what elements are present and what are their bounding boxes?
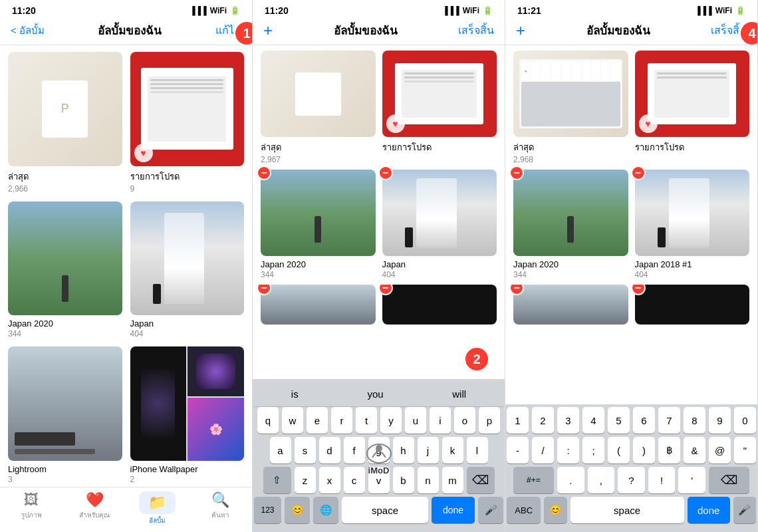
num-7[interactable]: 7 xyxy=(658,407,680,434)
key-emoji[interactable]: 😊 xyxy=(285,497,310,523)
num-2[interactable]: 2 xyxy=(532,407,554,434)
album-partial-4[interactable]: − xyxy=(635,285,750,325)
album-latest-2[interactable]: ล่าสุด 2,967 xyxy=(261,51,376,164)
sym-dash[interactable]: - xyxy=(507,437,529,464)
num-9[interactable]: 9 xyxy=(709,407,731,434)
sym-open[interactable]: ( xyxy=(608,437,630,464)
sym-baht[interactable]: ฿ xyxy=(658,437,680,464)
key-y[interactable]: y xyxy=(380,407,402,434)
sym-close[interactable]: ) xyxy=(633,437,655,464)
minus-badge-japan[interactable]: − xyxy=(378,166,393,180)
album-partial-2[interactable]: − xyxy=(382,285,497,325)
sym-slash[interactable]: / xyxy=(532,437,554,464)
num-4[interactable]: 4 xyxy=(582,407,604,434)
key-u[interactable]: u xyxy=(405,407,426,434)
album-lightroom[interactable]: Lightroom 3 xyxy=(8,346,122,484)
sym-comma[interactable]: , xyxy=(588,467,615,493)
num-8[interactable]: 8 xyxy=(684,407,705,434)
album-favorites[interactable]: ♥ รายการโปรด 9 xyxy=(130,52,245,194)
battery-icon: 🔋 xyxy=(230,6,240,15)
pred-will[interactable]: will xyxy=(447,387,471,401)
nav-done-2[interactable]: เสร็จสิ้น xyxy=(458,22,494,39)
sym-quote[interactable]: " xyxy=(734,437,756,464)
key-a[interactable]: a xyxy=(270,437,291,464)
sym-amp[interactable]: & xyxy=(684,437,705,464)
key-x[interactable]: x xyxy=(319,467,340,493)
album-japan2018-3[interactable]: − Japan 2018 #1 404 xyxy=(635,170,750,279)
album-thumb-japan xyxy=(130,201,245,316)
album-latest-3[interactable]: q xyxy=(513,51,628,164)
key-delete-3[interactable]: ⌫ xyxy=(709,467,749,493)
album-thumb-favorites-2: ♥ xyxy=(382,51,497,137)
key-p[interactable]: p xyxy=(479,407,500,434)
album-japan2020-2[interactable]: − Japan 2020 344 xyxy=(261,170,376,279)
key-z[interactable]: z xyxy=(295,467,316,493)
key-j[interactable]: j xyxy=(418,437,439,464)
key-emoji-3[interactable]: 😊 xyxy=(544,497,567,523)
key-mic-3[interactable]: 🎤 xyxy=(733,497,756,523)
key-m[interactable]: m xyxy=(442,467,463,493)
tab-search[interactable]: 🔍 ค้นหา xyxy=(189,491,252,525)
album-partial-3[interactable]: − xyxy=(513,285,628,325)
sym-question[interactable]: ? xyxy=(618,467,645,493)
key-h[interactable]: h xyxy=(393,437,414,464)
minus-badge-japan2020-3[interactable]: − xyxy=(509,166,524,180)
key-s[interactable]: s xyxy=(295,437,316,464)
album-partial-1[interactable]: − xyxy=(261,285,376,325)
sym-at[interactable]: @ xyxy=(709,437,731,464)
album-japan2020-3[interactable]: − Japan 2020 344 xyxy=(513,170,628,279)
sym-semi[interactable]: ; xyxy=(582,437,604,464)
key-w[interactable]: w xyxy=(282,407,303,434)
key-done-3[interactable]: done xyxy=(688,497,730,523)
key-delete[interactable]: ⌫ xyxy=(467,467,495,493)
num-0[interactable]: 0 xyxy=(734,407,756,434)
sym-dot[interactable]: . xyxy=(557,467,584,493)
sym-colon[interactable]: : xyxy=(557,437,579,464)
pred-you[interactable]: you xyxy=(362,387,388,401)
key-mic[interactable]: 🎤 xyxy=(478,497,503,523)
key-globe[interactable]: 🌐 xyxy=(313,497,338,523)
key-e[interactable]: e xyxy=(307,407,328,434)
key-hashplus[interactable]: #+= xyxy=(513,467,554,493)
num-1[interactable]: 1 xyxy=(507,407,529,434)
minus-badge-japan2020[interactable]: − xyxy=(257,166,271,180)
key-shift[interactable]: ⇧ xyxy=(263,467,291,493)
key-done[interactable]: done xyxy=(432,497,475,523)
key-d[interactable]: d xyxy=(319,437,340,464)
nav-plus-2[interactable]: + xyxy=(263,23,273,39)
album-favorites-2[interactable]: ♥ รายการโปรด xyxy=(382,51,497,164)
key-o[interactable]: o xyxy=(454,407,475,434)
key-k[interactable]: k xyxy=(442,437,463,464)
album-japan[interactable]: Japan 404 xyxy=(130,201,245,339)
key-abc[interactable]: ABC xyxy=(507,497,541,523)
sym-apos[interactable]: ' xyxy=(678,467,705,493)
album-count-japan-2: 404 xyxy=(382,270,497,279)
key-l[interactable]: l xyxy=(467,437,488,464)
tab-for-you[interactable]: ❤️ สำหรับคุณ xyxy=(63,491,126,525)
num-5[interactable]: 5 xyxy=(608,407,630,434)
sym-exclaim[interactable]: ! xyxy=(648,467,676,493)
num-6[interactable]: 6 xyxy=(633,407,655,434)
key-b[interactable]: b xyxy=(393,467,414,493)
pred-is[interactable]: is xyxy=(286,387,304,401)
minus-badge-japan2018[interactable]: − xyxy=(631,166,646,180)
nav-plus-3[interactable]: + xyxy=(516,23,525,39)
album-favorites-3[interactable]: ♥ รายการโปรด xyxy=(635,51,750,164)
album-count-latest-3: 2,968 xyxy=(513,155,628,164)
album-latest[interactable]: P ล่าสุด 2,966 xyxy=(8,52,122,194)
nav-back-1[interactable]: < อัลบั้ม xyxy=(11,23,45,39)
tab-album[interactable]: 📁 อัลบั้ม xyxy=(126,491,190,525)
key-t[interactable]: t xyxy=(356,407,377,434)
tab-photos[interactable]: 🖼 รูปภาพ xyxy=(0,491,63,525)
key-r[interactable]: r xyxy=(331,407,352,434)
key-123[interactable]: 123 xyxy=(254,497,281,523)
key-q[interactable]: q xyxy=(257,407,279,434)
key-i[interactable]: i xyxy=(430,407,451,434)
album-wallpaper[interactable]: 🌸 iPhone Wallpaper 2 xyxy=(130,346,245,484)
album-japan2020[interactable]: Japan 2020 344 xyxy=(8,201,122,339)
key-space[interactable]: space xyxy=(342,497,428,523)
album-japan-2[interactable]: − Japan 404 xyxy=(382,170,497,279)
key-n[interactable]: n xyxy=(418,467,439,493)
key-space-3[interactable]: space xyxy=(570,497,684,523)
num-3[interactable]: 3 xyxy=(557,407,579,434)
